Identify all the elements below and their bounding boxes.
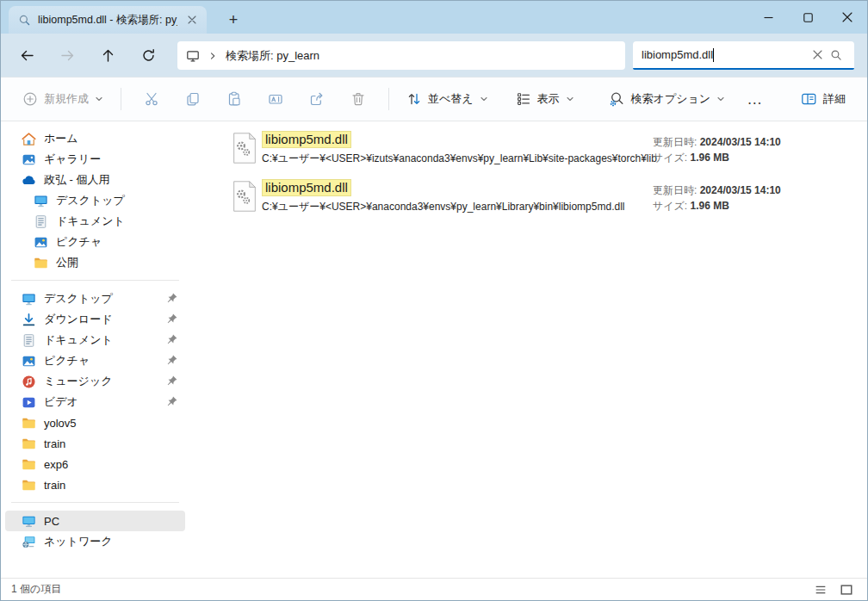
sidebar-item-onedrive[interactable]: 政弘 - 個人用: [5, 170, 185, 190]
result-metadata: 更新日時: 2024/03/15 14:10 サイズ: 1.96 MB: [653, 134, 781, 165]
more-options-button[interactable]: …: [738, 90, 772, 108]
large-icons-view-icon[interactable]: [836, 581, 857, 598]
music-icon: [22, 375, 36, 389]
pin-icon: [165, 375, 178, 387]
pin-icon: [165, 354, 178, 367]
sidebar-item-train[interactable]: train: [5, 433, 185, 454]
copy-button[interactable]: [174, 84, 212, 115]
maximize-button[interactable]: [788, 1, 828, 34]
status-bar: 1 個の項目: [1, 578, 867, 600]
result-metadata: 更新日時: 2024/03/15 14:10 サイズ: 1.96 MB: [653, 183, 781, 214]
cut-button[interactable]: [133, 84, 170, 115]
sidebar-item-music-pinned[interactable]: ミュージック: [5, 371, 185, 392]
chevron-down-icon: [716, 95, 725, 103]
sidebar-item-pc[interactable]: PC: [5, 511, 185, 531]
forward-button[interactable]: [53, 41, 82, 69]
sidebar-item-public[interactable]: 公開: [5, 252, 185, 273]
sidebar-item-downloads-pinned[interactable]: ダウンロード: [5, 309, 185, 330]
chevron-down-icon: [480, 95, 488, 103]
gallery-icon: [22, 152, 36, 167]
sort-button[interactable]: 並べ替え: [399, 84, 496, 115]
sidebar-item-pictures[interactable]: ピクチャ: [5, 232, 185, 252]
search-box[interactable]: libiomp5md.dll: [633, 41, 854, 70]
folder-icon: [22, 457, 36, 472]
chevron-right-icon[interactable]: [208, 51, 218, 61]
size-value: 1.96 MB: [691, 200, 729, 212]
sidebar-item-pictures-pinned[interactable]: ピクチャ: [5, 350, 185, 371]
chevron-down-icon: [95, 95, 103, 103]
result-file-name[interactable]: libiomp5md.dll: [262, 179, 351, 196]
sidebar-item-home[interactable]: ホーム: [5, 128, 185, 149]
modified-value: 2024/03/15 14:10: [700, 136, 781, 148]
new-tab-button[interactable]: +: [221, 8, 245, 32]
close-button[interactable]: [828, 1, 867, 34]
size-label: サイズ:: [653, 200, 687, 212]
pin-icon: [165, 333, 178, 346]
address-bar[interactable]: 検索場所: py_learn: [177, 41, 625, 70]
folder-icon: [34, 256, 48, 270]
search-results-pane: libiomp5md.dll C:¥ユーザー¥<USER>¥izuts¥anac…: [189, 121, 867, 578]
result-file-name[interactable]: libiomp5md.dll: [262, 131, 351, 148]
details-view-icon[interactable]: [810, 581, 831, 598]
minimize-button[interactable]: [748, 1, 788, 34]
sidebar-divider: [11, 502, 179, 503]
explorer-tab[interactable]: libiomp5md.dll - 検索場所: py_: [9, 6, 207, 34]
rename-button[interactable]: [257, 84, 294, 115]
sidebar-item-videos-pinned[interactable]: ビデオ: [5, 392, 185, 412]
command-bar: 新規作成 並べ替え: [1, 77, 867, 121]
modified-label: 更新日時:: [653, 136, 697, 148]
sidebar-item-yolov5[interactable]: yolov5: [5, 412, 185, 433]
sidebar-item-documents[interactable]: ドキュメント: [5, 211, 185, 232]
tab-title: libiomp5md.dll - 検索場所: py_: [38, 13, 177, 28]
search-input-value[interactable]: libiomp5md.dll: [642, 48, 713, 61]
view-icon: [516, 91, 531, 107]
pictures-icon: [34, 235, 48, 250]
back-button[interactable]: [12, 41, 41, 69]
sort-icon: [406, 91, 422, 107]
window-controls: [748, 1, 867, 34]
sidebar-item-desktop-pinned[interactable]: デスクトップ: [5, 288, 185, 309]
sidebar-item-gallery[interactable]: ギャラリー: [5, 149, 185, 170]
onedrive-icon: [22, 173, 36, 188]
new-button[interactable]: 新規作成: [15, 84, 111, 115]
folder-icon: [22, 478, 36, 493]
documents-icon: [34, 214, 48, 229]
search-options-icon: [609, 91, 625, 108]
share-button[interactable]: [298, 84, 336, 115]
videos-icon: [22, 395, 36, 410]
new-button-label: 新規作成: [44, 91, 89, 107]
sidebar-item-desktop[interactable]: デスクトップ: [5, 190, 185, 211]
search-result-row[interactable]: libiomp5md.dll C:¥ユーザー¥<USER>¥anaconda3¥…: [232, 177, 867, 225]
navigation-pane: ホーム ギャラリー 政弘 - 個人用 デスクトップ ドキュメント ピクチャ 公開: [1, 121, 189, 578]
tab-close-icon[interactable]: [184, 12, 200, 28]
sidebar-item-network[interactable]: ネットワーク: [5, 531, 185, 552]
rename-icon: [268, 91, 283, 107]
search-result-row[interactable]: libiomp5md.dll C:¥ユーザー¥<USER>¥izuts¥anac…: [232, 128, 867, 177]
network-icon: [22, 535, 36, 549]
clear-search-icon[interactable]: [808, 46, 827, 65]
search-submit-icon[interactable]: [827, 46, 846, 65]
documents-icon: [22, 333, 36, 348]
paste-button[interactable]: [215, 84, 253, 115]
desktop-icon: [22, 292, 36, 307]
sidebar-item-train-2[interactable]: train: [5, 474, 185, 495]
search-options-button[interactable]: 検索オプション: [601, 84, 734, 115]
details-pane-button[interactable]: 詳細: [793, 84, 853, 115]
text-caret: [713, 48, 714, 62]
pin-icon: [165, 395, 178, 408]
share-icon: [309, 91, 325, 107]
delete-button[interactable]: [339, 84, 377, 115]
view-button-label: 表示: [537, 91, 560, 107]
refresh-button[interactable]: [133, 41, 163, 69]
view-button[interactable]: 表示: [508, 84, 582, 115]
file-explorer-window: libiomp5md.dll - 検索場所: py_ +: [0, 0, 868, 601]
up-button[interactable]: [93, 41, 122, 69]
copy-icon: [185, 91, 201, 107]
plus-circle-icon: [22, 91, 38, 107]
dll-file-icon: [232, 132, 257, 164]
sidebar-item-documents-pinned[interactable]: ドキュメント: [5, 330, 185, 350]
details-pane-icon: [801, 91, 817, 107]
item-count: 1 個の項目: [11, 582, 61, 597]
details-pane-label: 詳細: [823, 91, 846, 107]
sidebar-item-exp6[interactable]: exp6: [5, 454, 185, 474]
